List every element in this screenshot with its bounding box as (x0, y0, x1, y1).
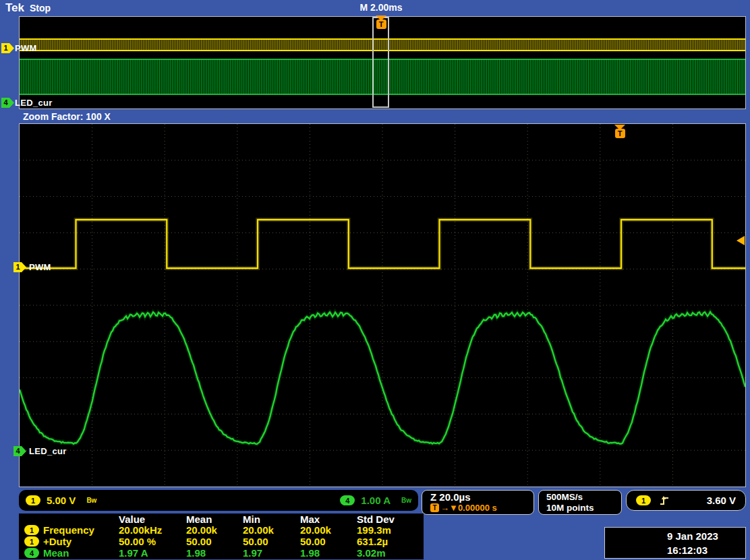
meas-row3-min: 1.97 (243, 547, 300, 559)
meas-row1-stddev: 199.3m (357, 524, 424, 536)
meas-header-stddev: Std Dev (357, 514, 424, 525)
trigger-flag-t: T (615, 129, 625, 138)
measurement-table: Value Mean Min Max Std Dev 1 Frequency 2… (19, 514, 424, 559)
meas-header-mean: Mean (186, 514, 243, 525)
meas-row1-name: Frequency (43, 524, 94, 536)
zoom-waveforms (20, 124, 745, 487)
zoom-timebase-readout: Z 20.0µs (430, 491, 533, 503)
trigger-source-badge[interactable]: 1 (636, 495, 651, 505)
time-readout: 16:12:03 (667, 543, 745, 557)
meas-header-min: Min (243, 514, 300, 525)
trigger-level-readout: 3.60 V (707, 495, 736, 506)
meas-row2-badge: 1 (24, 536, 39, 547)
main-ch1-label: PWM (29, 262, 51, 272)
trigger-flag-t: T (376, 20, 386, 29)
table-row-duty: 1 +Duty (19, 536, 119, 547)
meas-row1-max: 20.00k (300, 524, 357, 536)
acquisition-box[interactable]: 500MS/s 10M points (538, 490, 622, 515)
meas-row2-value: 50.00 % (119, 536, 186, 547)
meas-row2-name: +Duty (43, 536, 71, 547)
main-timebase-readout[interactable]: M 2.00ms (317, 2, 445, 13)
meas-header-max: Max (300, 514, 357, 525)
trigger-level-arrow-icon[interactable] (737, 236, 745, 245)
meas-row3-mean: 1.98 (186, 547, 243, 559)
meas-row2-min: 50.00 (243, 536, 300, 547)
trigger-position-arrow-icon: →▼ (440, 503, 458, 513)
meas-header-value: Value (119, 514, 186, 525)
overview-trigger-flag-icon[interactable]: T (376, 15, 386, 29)
meas-row1-value: 20.00kHz (119, 524, 186, 536)
date-readout: 9 Jan 2023 (667, 529, 745, 543)
ch1-bandwidth-icon: Bw (86, 497, 96, 504)
meas-row3-badge: 4 (24, 548, 39, 558)
zoom-window-bracket[interactable] (372, 17, 389, 108)
trigger-position-readout: 0.00000 s (458, 503, 497, 513)
meas-row2-max: 50.00 (300, 536, 357, 547)
meas-row3-value: 1.97 A (119, 547, 186, 559)
meas-row1-mean: 20.00k (186, 524, 243, 536)
meas-row3-max: 1.98 (300, 547, 357, 559)
overview-ch4-label: LED_cur (15, 98, 53, 108)
record-length-readout: 10M points (546, 503, 621, 514)
meas-row1-min: 20.00k (243, 524, 300, 536)
meas-row3-name: Mean (43, 547, 69, 559)
zoom-factor-label: Zoom Factor: 100 X (23, 111, 111, 122)
table-row-mean: 4 Mean (19, 547, 119, 559)
meas-row3-stddev: 3.02m (357, 547, 424, 559)
meas-row2-mean: 50.00 (186, 536, 243, 547)
horizontal-zoom-box[interactable]: Z 20.0µs T →▼ 0.00000 s (422, 490, 534, 515)
sample-rate-readout: 500MS/s (546, 492, 621, 503)
date-time-box: 9 Jan 2023 16:12:03 (604, 527, 746, 559)
oscilloscope-screen: { "header": {"logo": "Tek", "status": "S… (0, 0, 750, 560)
meas-row1-badge: 1 (24, 525, 39, 535)
ch4-bandwidth-icon: Bw (401, 497, 411, 504)
ch4-scale-readout[interactable]: 1.00 A (361, 495, 391, 506)
trigger-t-icon: T (430, 503, 439, 512)
acquisition-status: Stop (30, 3, 51, 13)
main-ch4-label: LED_cur (29, 446, 67, 456)
overview-ch4-badge[interactable]: 4 (1, 98, 14, 108)
ch1-readout-badge[interactable]: 1 (26, 495, 40, 505)
rising-edge-icon (659, 495, 670, 507)
ch4-readout-badge[interactable]: 4 (340, 495, 355, 505)
zoom-waveform-view[interactable] (19, 123, 746, 487)
overview-ch1-label: PWM (15, 43, 37, 53)
table-row-frequency: 1 Frequency (19, 524, 119, 536)
channel-readout-bar[interactable]: 1 5.00 V Bw 4 1.00 A Bw (19, 490, 418, 511)
overview-ch1-badge[interactable]: 1 (1, 43, 14, 53)
main-trigger-position-flag-icon[interactable]: T (614, 125, 625, 138)
ch1-scale-readout[interactable]: 5.00 V (47, 495, 76, 506)
meas-row2-stddev: 631.2µ (357, 536, 424, 547)
tek-logo: Tek (5, 1, 24, 15)
trigger-readout-box[interactable]: 1 3.60 V (626, 490, 746, 511)
